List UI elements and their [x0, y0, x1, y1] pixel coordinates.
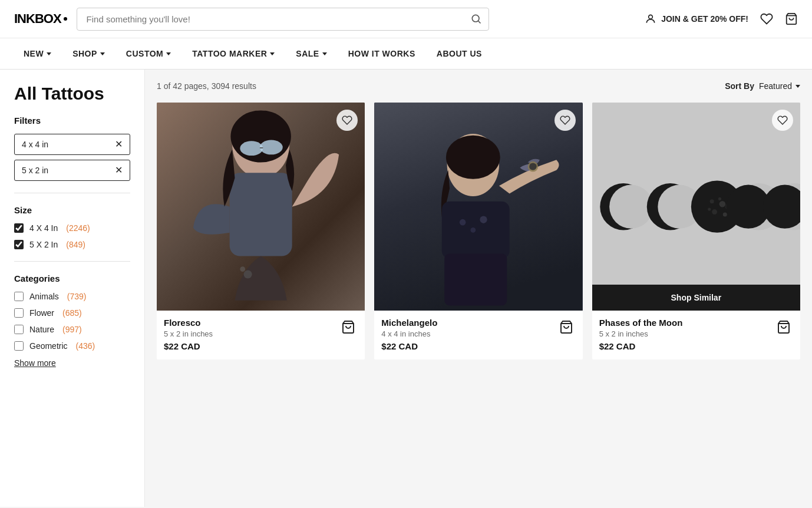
cart-add-floresco-icon: [341, 320, 355, 334]
product-image-moon: Shop Similar: [592, 103, 800, 311]
remove-filter-5x2[interactable]: ✕: [115, 166, 123, 175]
svg-point-0: [472, 15, 479, 22]
cart-icon: [785, 12, 798, 25]
nav-item-tattoo-marker[interactable]: TATTOO MARKER: [183, 38, 284, 69]
filters-section: Filters 4 x 4 in ✕ 5 x 2 in ✕: [14, 116, 130, 181]
svg-point-33: [712, 209, 717, 215]
heart-floresco-icon: [342, 115, 352, 126]
product-name-moon: Phases of the Moon: [599, 318, 683, 328]
sort-chevron-icon: [796, 85, 800, 88]
nav-item-new[interactable]: NEW: [14, 38, 61, 69]
product-size-moon: 5 x 2 in inches: [599, 329, 683, 338]
product-price-moon: $22 CAD: [599, 341, 683, 351]
logo-dot: [64, 17, 67, 21]
category-animals-checkbox[interactable]: [14, 292, 24, 301]
results-count: 1 of 42 pages, 3094 results: [157, 81, 256, 91]
shop-similar-button[interactable]: Shop Similar: [592, 285, 800, 311]
product-card-moon: Shop Similar Phases of the Moon 5 x 2 in…: [592, 103, 800, 359]
add-to-cart-floresco[interactable]: [339, 318, 358, 337]
svg-point-32: [719, 201, 725, 207]
floresco-artwork: [157, 103, 365, 311]
nav-item-shop[interactable]: SHOP: [63, 38, 114, 69]
svg-point-35: [708, 207, 711, 210]
sort-value: Featured: [759, 81, 792, 91]
size-5x2-checkbox[interactable]: [14, 240, 24, 249]
category-animals[interactable]: Animals (739): [14, 292, 130, 301]
product-grid: Floresco 5 x 2 in inches $22 CAD: [157, 103, 800, 359]
header-actions: JOIN & GET 20% OFF!: [645, 12, 798, 25]
filter-tag-4x4[interactable]: 4 x 4 in ✕: [14, 134, 130, 155]
size-4x4-checkbox[interactable]: [14, 223, 24, 233]
results-bar: 1 of 42 pages, 3094 results Sort By Feat…: [157, 81, 800, 91]
wishlist-michelangelo-button[interactable]: [554, 110, 576, 131]
nav-item-sale[interactable]: SALE: [286, 38, 336, 69]
divider-1: [14, 193, 130, 193]
site-logo[interactable]: INKBOX: [14, 11, 67, 27]
nav-item-about-us[interactable]: ABOUT US: [427, 38, 491, 69]
category-flower-checkbox[interactable]: [14, 308, 24, 318]
heart-icon: [760, 12, 773, 25]
divider-2: [14, 261, 130, 262]
category-geometric[interactable]: Geometric (436): [14, 341, 130, 351]
add-to-cart-michelangelo[interactable]: [557, 318, 576, 337]
size-5x2-count: (849): [66, 240, 85, 249]
search-input[interactable]: [77, 8, 489, 31]
join-button[interactable]: JOIN & GET 20% OFF!: [645, 13, 748, 25]
category-flower[interactable]: Flower (685): [14, 308, 130, 318]
svg-point-34: [722, 212, 727, 216]
nav-item-custom[interactable]: CUSTOM: [117, 38, 180, 69]
svg-point-36: [718, 197, 721, 200]
svg-point-22: [471, 227, 476, 233]
size-4x4-label: 4 X 4 In: [29, 223, 58, 233]
wishlist-button[interactable]: [760, 12, 773, 25]
size-4x4-item[interactable]: 4 X 4 In (2246): [14, 223, 130, 233]
sort-select[interactable]: Featured: [759, 81, 800, 91]
wishlist-moon-button[interactable]: [772, 110, 793, 131]
filter-tag-5x2[interactable]: 5 x 2 in ✕: [14, 160, 130, 181]
show-more-button[interactable]: Show more: [14, 358, 56, 368]
sort-by-label: Sort By: [725, 81, 754, 91]
sort-by-container: Sort By Featured: [725, 81, 800, 91]
cart-button[interactable]: [785, 12, 798, 25]
svg-rect-6: [230, 173, 292, 256]
svg-point-2: [649, 15, 653, 19]
remove-filter-4x4[interactable]: ✕: [115, 140, 123, 149]
product-size-michelangelo: 4 x 4 in inches: [381, 329, 437, 338]
chevron-down-icon: [100, 52, 105, 55]
svg-point-16: [446, 136, 500, 179]
category-nature-checkbox[interactable]: [14, 325, 24, 334]
search-button[interactable]: [470, 13, 482, 25]
category-animals-count: (739): [67, 292, 87, 301]
site-header: INKBOX JOIN & GET 20% OFF!: [0, 0, 812, 70]
category-nature[interactable]: Nature (997): [14, 325, 130, 334]
moon-phases-artwork: [592, 103, 800, 311]
page-title: All Tattoos: [14, 84, 130, 104]
product-card-floresco: Floresco 5 x 2 in inches $22 CAD: [157, 103, 365, 359]
svg-point-12: [240, 266, 245, 272]
size-4x4-count: (2246): [66, 223, 90, 233]
svg-rect-20: [445, 253, 507, 305]
category-geometric-checkbox[interactable]: [14, 341, 24, 351]
svg-point-31: [709, 199, 714, 203]
product-name-floresco: Floresco: [164, 318, 213, 328]
category-nature-count: (997): [62, 325, 82, 334]
category-flower-count: (685): [62, 308, 82, 318]
product-size-floresco: 5 x 2 in inches: [164, 329, 213, 338]
size-section: Size 4 X 4 In (2246) 5 X 2 In (849): [14, 205, 130, 249]
sidebar: All Tattoos Filters 4 x 4 in ✕ 5 x 2 in …: [0, 70, 145, 507]
categories-section: Categories Animals (739) Flower (685) Na…: [14, 273, 130, 368]
svg-point-19: [530, 163, 537, 170]
add-to-cart-moon[interactable]: [774, 318, 793, 337]
svg-point-11: [244, 270, 252, 278]
size-5x2-item[interactable]: 5 X 2 In (849): [14, 240, 130, 249]
chevron-down-icon: [166, 52, 171, 55]
product-card-michelangelo: Michelangelo 4 x 4 in inches $22 CAD: [374, 103, 582, 359]
svg-point-7: [230, 110, 291, 162]
nav-item-how-it-works[interactable]: HOW IT WORKS: [339, 38, 425, 69]
product-info-floresco: Floresco 5 x 2 in inches $22 CAD: [157, 311, 365, 359]
logo-text: INKBOX: [14, 11, 61, 27]
chevron-down-icon: [47, 52, 51, 55]
heart-moon-icon: [777, 115, 788, 126]
svg-point-23: [480, 216, 487, 223]
main-content: 1 of 42 pages, 3094 results Sort By Feat…: [145, 70, 812, 507]
